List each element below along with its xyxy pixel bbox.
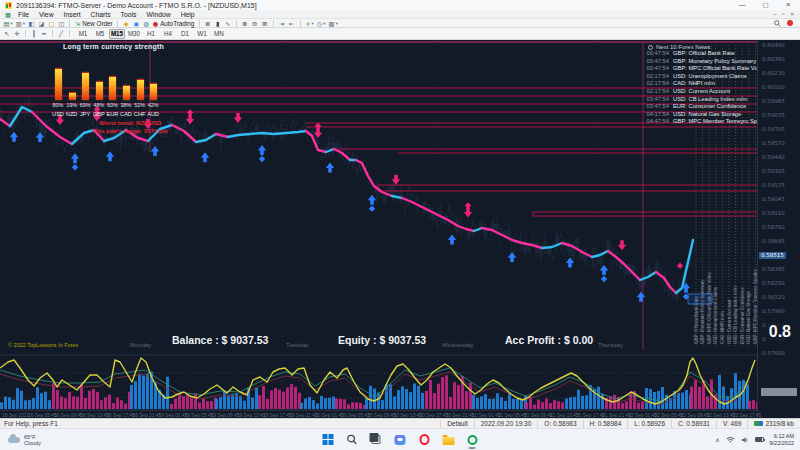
market-watch-button[interactable]: ◧ bbox=[26, 19, 36, 27]
minimize-button[interactable]: — bbox=[739, 1, 746, 9]
terminal-button[interactable]: ◫ bbox=[56, 19, 66, 27]
price-axis-label[interactable]: 0.60100 bbox=[762, 84, 785, 91]
wifi-icon[interactable] bbox=[726, 436, 735, 443]
timeframe-d1-button[interactable]: D1 bbox=[177, 29, 193, 39]
periods-button[interactable]: ◷▾ bbox=[315, 19, 327, 27]
active-app-button[interactable] bbox=[466, 433, 479, 446]
opera-button[interactable] bbox=[418, 433, 431, 446]
indicators-button[interactable]: +▾ bbox=[304, 19, 316, 27]
strength-bar-eur bbox=[109, 76, 116, 100]
price-axis-label[interactable]: 0.59045 bbox=[762, 196, 785, 203]
price-axis-label[interactable]: 0.60490 bbox=[762, 42, 785, 49]
price-axis-label[interactable]: 0.59965 bbox=[762, 98, 785, 105]
price-axis-label[interactable]: 0.59570 bbox=[762, 140, 785, 147]
time-axis-label: 16 Sep 13:45 bbox=[80, 413, 109, 418]
menu-item-window[interactable]: Window bbox=[141, 11, 175, 18]
price-axis-label[interactable]: 0.59440 bbox=[762, 154, 785, 161]
price-axis-label[interactable]: 0.59175 bbox=[762, 182, 785, 189]
price-axis-label[interactable]: 0.57990 bbox=[762, 308, 785, 315]
battery-icon[interactable] bbox=[755, 437, 764, 442]
zoom-out-icon: ⊖ bbox=[252, 20, 257, 27]
time-axis[interactable]: 16 Sep 202216 Sep 05:4516 Sep 09:4516 Se… bbox=[0, 410, 757, 418]
taskbar-clock[interactable]: 6:12 AM 9/22/2022 bbox=[770, 433, 794, 446]
menu-item-help[interactable]: Help bbox=[176, 11, 200, 18]
timeframe-mn-button[interactable]: MN bbox=[211, 29, 227, 39]
timeframe-h4-button[interactable]: H4 bbox=[160, 29, 176, 39]
current-price-label[interactable]: 0.58515 bbox=[759, 252, 786, 259]
price-axis[interactable]: 0.604900.603600.602300.601000.599650.598… bbox=[757, 40, 800, 418]
line-chart-button[interactable]: ∿ bbox=[223, 19, 233, 27]
zoom-out-button[interactable]: ⊖ bbox=[250, 19, 260, 27]
new-order-button[interactable]: ⇲New Order bbox=[73, 19, 114, 27]
price-axis-label[interactable]: 0.58120 bbox=[762, 294, 785, 301]
child-close-button[interactable]: × bbox=[790, 11, 794, 17]
close-button[interactable]: ✕ bbox=[786, 1, 791, 9]
zoom-in-button[interactable]: ⊕ bbox=[240, 19, 250, 27]
metaeditor-button[interactable]: ◆ bbox=[121, 19, 131, 27]
price-axis-label[interactable]: 0.57600 bbox=[762, 350, 785, 357]
histogram-bar bbox=[500, 397, 503, 409]
timeframe-m1-button[interactable]: M1 bbox=[75, 29, 91, 39]
autotrading-button[interactable]: ●AutoTrading bbox=[151, 19, 196, 27]
timeframe-m30-button[interactable]: M30 bbox=[126, 29, 142, 39]
price-axis-label[interactable]: 0.58645 bbox=[762, 238, 785, 245]
bar-chart-button[interactable]: ≣ bbox=[203, 19, 213, 27]
bullish-diamond-icon bbox=[72, 164, 78, 170]
search-icon[interactable] bbox=[774, 20, 781, 27]
data-window-button[interactable]: ◪ bbox=[36, 19, 46, 27]
price-axis-label[interactable]: 0.58910 bbox=[762, 210, 785, 217]
trendline-button[interactable]: ╱ bbox=[56, 30, 66, 38]
menu-item-charts[interactable]: Charts bbox=[86, 11, 116, 18]
taskbar-search-button[interactable] bbox=[346, 433, 359, 446]
profiles-button[interactable]: ▥▾ bbox=[14, 19, 26, 27]
web-terminal-button[interactable]: ◍ bbox=[141, 19, 151, 27]
status-profile[interactable]: Default bbox=[440, 420, 474, 428]
strength-bar-cad bbox=[123, 85, 130, 100]
timeframe-m5-button[interactable]: M5 bbox=[92, 29, 108, 39]
price-axis-label[interactable]: 0.59305 bbox=[762, 168, 785, 175]
start-button[interactable] bbox=[322, 433, 335, 446]
timeframe-h1-button[interactable]: H1 bbox=[143, 29, 159, 39]
tray-chevron-up-icon[interactable]: ∧ bbox=[715, 436, 719, 443]
timeframe-m15-button[interactable]: M15 bbox=[109, 29, 125, 39]
auto-scroll-button[interactable]: ⇥ bbox=[277, 19, 287, 27]
menu-item-tools[interactable]: Tools bbox=[116, 11, 142, 18]
menu-item-insert[interactable]: Insert bbox=[59, 11, 86, 18]
price-axis-label[interactable]: 0.58250 bbox=[762, 280, 785, 287]
price-axis-label[interactable]: 0.58780 bbox=[762, 224, 785, 231]
histogram-bar bbox=[625, 401, 628, 409]
price-axis-label[interactable]: 0.59705 bbox=[762, 126, 785, 133]
weather-widget[interactable]: 65°FCloudy bbox=[0, 434, 70, 446]
templates-button[interactable]: ▩▾ bbox=[327, 19, 339, 27]
tile-windows-button[interactable]: ⊞ bbox=[260, 19, 270, 27]
price-axis-label[interactable]: 0.59835 bbox=[762, 112, 785, 119]
price-axis-label[interactable]: 0.60230 bbox=[762, 70, 785, 77]
vertical-line-button[interactable]: ┃ bbox=[29, 30, 39, 38]
price-axis-label[interactable]: 0.58385 bbox=[762, 266, 785, 273]
histogram-bar bbox=[520, 399, 523, 409]
notifications-bell-icon[interactable] bbox=[787, 20, 793, 26]
child-restore-button[interactable]: ▫ bbox=[782, 11, 784, 17]
indicator-value-box bbox=[761, 388, 797, 396]
chat-button[interactable] bbox=[394, 433, 407, 446]
file-explorer-button[interactable] bbox=[442, 433, 455, 446]
task-view-button[interactable] bbox=[370, 433, 383, 446]
new-chart-button[interactable]: ▤▾ bbox=[2, 19, 14, 27]
candlestick-chart-button[interactable]: ▮ bbox=[213, 19, 223, 27]
price-axis-label[interactable]: 0.60360 bbox=[762, 56, 785, 63]
news-time: 03:47:54 bbox=[640, 103, 669, 111]
community-button[interactable]: ◉ bbox=[131, 19, 141, 27]
child-minimize-button[interactable]: – bbox=[773, 11, 776, 17]
volume-icon[interactable] bbox=[741, 436, 749, 444]
cursor-button[interactable]: ↖ bbox=[2, 30, 12, 38]
navigator-button[interactable]: ▢ bbox=[46, 19, 56, 27]
histogram-bar bbox=[76, 397, 79, 409]
horizontal-line-button[interactable]: ━ bbox=[39, 30, 49, 38]
crosshair-button[interactable]: ✛ bbox=[12, 30, 22, 38]
chart-area[interactable]: GBP: Official Bank RateGBP: Monetary Pol… bbox=[0, 40, 800, 418]
maximize-button[interactable]: ▢ bbox=[762, 1, 768, 9]
menu-item-view[interactable]: View bbox=[34, 11, 59, 18]
timeframe-w1-button[interactable]: W1 bbox=[194, 29, 210, 39]
chart-shift-button[interactable]: ⇤ bbox=[287, 19, 297, 27]
menu-item-file[interactable]: File bbox=[13, 11, 34, 18]
